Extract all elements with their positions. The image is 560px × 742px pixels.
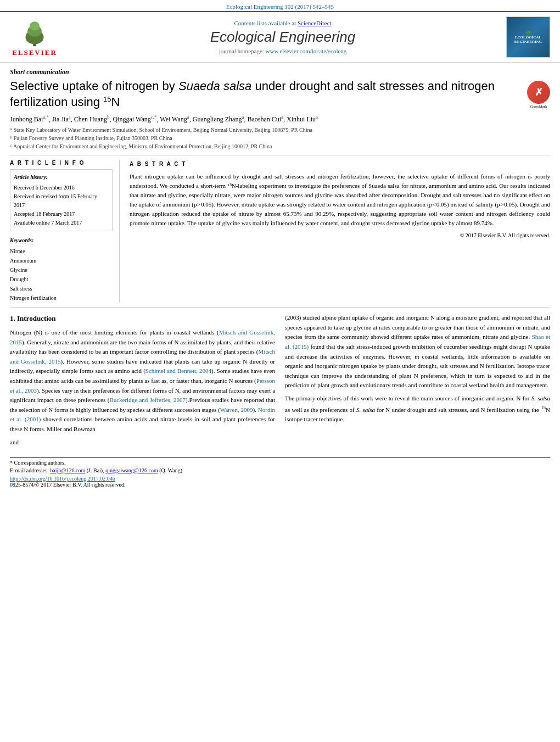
journal-header-center: Contents lists available at ScienceDirec… xyxy=(65,20,501,54)
ref-mitsch-2015b[interactable]: Mitsch and Gosselink, 2015 xyxy=(10,348,275,365)
received-date: Received 6 December 2016 xyxy=(14,183,109,192)
intro-para-1: Nitrogen (N) is one of the most limiting… xyxy=(10,328,275,434)
journal-homepage-link[interactable]: www.elsevier.com/locate/ecoleng xyxy=(266,48,347,54)
crossmark-logo: ✗ CrossMark xyxy=(527,81,550,104)
keywords-label: Keywords: xyxy=(10,236,113,245)
article-info-panel: A R T I C L E I N F O Article history: R… xyxy=(10,160,120,303)
ref-persson[interactable]: Persson et al., 2003 xyxy=(10,377,275,394)
intro-col1-end: and xyxy=(10,438,275,448)
intro-para-2: (2003) studied alpine plant uptake of or… xyxy=(285,313,550,390)
sciencedirect-link: Contents lists available at ScienceDirec… xyxy=(65,20,501,26)
keyword-3: Glycine xyxy=(10,265,113,275)
divider xyxy=(10,155,550,155)
abstract-heading: A B S T R A C T xyxy=(130,160,550,169)
body-col-right: (2003) studied alpine plant uptake of or… xyxy=(285,313,550,450)
email-1-link[interactable]: baijh@126.com xyxy=(50,467,85,473)
sciencedirect-anchor[interactable]: ScienceDirect xyxy=(298,20,332,26)
svg-point-3 xyxy=(30,21,40,31)
ref-mitsch-2015[interactable]: Mitsch and Gosselink, 2015 xyxy=(10,329,275,345)
authors: Junhong Baia,*, Jia Jiaa, Chen Huangb, Q… xyxy=(10,114,550,124)
history-label: Article history: xyxy=(14,173,109,182)
ref-schimel[interactable]: Schimel and Bennett, 2004 xyxy=(145,367,211,374)
affiliation-b: ᵇ Fujian Forestry Survey and Planning In… xyxy=(10,134,550,142)
doi-rights: 0925-8574/© 2017 Elsevier B.V. All right… xyxy=(10,482,125,488)
article-info-abstract: A R T I C L E I N F O Article history: R… xyxy=(10,160,550,303)
elsevier-tree-icon xyxy=(18,17,51,47)
keyword-6: Nitrogen fertilization xyxy=(10,293,113,303)
keyword-5: Salt stress xyxy=(10,284,113,293)
divider-2 xyxy=(10,307,550,308)
journal-homepage: journal homepage: www.elsevier.com/locat… xyxy=(65,48,501,54)
intro-para-3: The primary objectives of this work were… xyxy=(285,394,550,424)
revised-date: Received in revised form 15 February 201… xyxy=(14,192,109,210)
keyword-2: Ammonium xyxy=(10,256,113,265)
affiliation-c: ᶜ Appraisal Center for Environment and E… xyxy=(10,142,550,150)
journal-reference: Ecological Engineering 102 (2017) 542–54… xyxy=(0,0,560,11)
article-title: Selective uptake of nitrogen by Suaeda s… xyxy=(10,79,522,110)
keyword-1: Nitrate xyxy=(10,247,113,256)
abstract-text: Plant nitrogen uptake can be influenced … xyxy=(130,172,550,228)
elsevier-text: ELSEVIER xyxy=(12,48,57,57)
journal-ref-text: Ecological Engineering 102 (2017) 542–54… xyxy=(226,3,334,10)
ref-warren[interactable]: Warren, 2009 xyxy=(220,406,253,413)
keyword-4: Drought xyxy=(10,275,113,284)
affiliation-a: ᵃ State Key Laboratory of Water Environm… xyxy=(10,126,550,134)
accepted-date: Accepted 18 February 2017 xyxy=(14,210,109,219)
body-columns: 1. Introduction Nitrogen (N) is one of t… xyxy=(10,313,550,450)
journal-header: ELSEVIER Contents lists available at Sci… xyxy=(0,11,560,63)
available-date: Available online 7 March 2017 xyxy=(14,219,109,227)
article-title-row: Selective uptake of nitrogen by Suaeda s… xyxy=(10,79,550,110)
history-block: Article history: Received 6 December 201… xyxy=(10,169,113,231)
abstract-panel: A B S T R A C T Plant nitrogen uptake ca… xyxy=(130,160,550,303)
affiliations: ᵃ State Key Laboratory of Water Environm… xyxy=(10,126,550,150)
ref-shao[interactable]: Shao et al. (2015) xyxy=(285,333,550,350)
doi-link[interactable]: http://dx.doi.org/10.1016/j.ecoleng.2017… xyxy=(10,476,115,482)
keywords-block: Keywords: Nitrate Ammonium Glycine Droug… xyxy=(10,236,113,303)
article-info-heading: A R T I C L E I N F O xyxy=(10,160,113,166)
body-col-left: 1. Introduction Nitrogen (N) is one of t… xyxy=(10,313,275,450)
copyright: © 2017 Elsevier B.V. All rights reserved… xyxy=(130,231,550,240)
eco-eng-logo: 🌿 ECOLOGICAL ENGINEERING xyxy=(506,16,550,58)
doi-area: http://dx.doi.org/10.1016/j.ecoleng.2017… xyxy=(10,476,550,488)
email-2-link[interactable]: qinggaiwang@126.com xyxy=(105,467,158,473)
article-type: Short communication xyxy=(10,68,550,76)
footnote-emails: E-mail addresses: baijh@126.com (J. Bai)… xyxy=(10,467,550,473)
ref-buckeridge[interactable]: Buckeridge and Jefferies, 2007 xyxy=(109,397,186,403)
intro-heading: 1. Introduction xyxy=(10,313,275,325)
footnote-area: * Corresponding authors. E-mail addresse… xyxy=(10,457,550,473)
journal-title: Ecological Engineering xyxy=(65,29,501,46)
elsevier-logo: ELSEVIER xyxy=(10,17,59,57)
footnote-star: * Corresponding authors. xyxy=(10,460,550,466)
